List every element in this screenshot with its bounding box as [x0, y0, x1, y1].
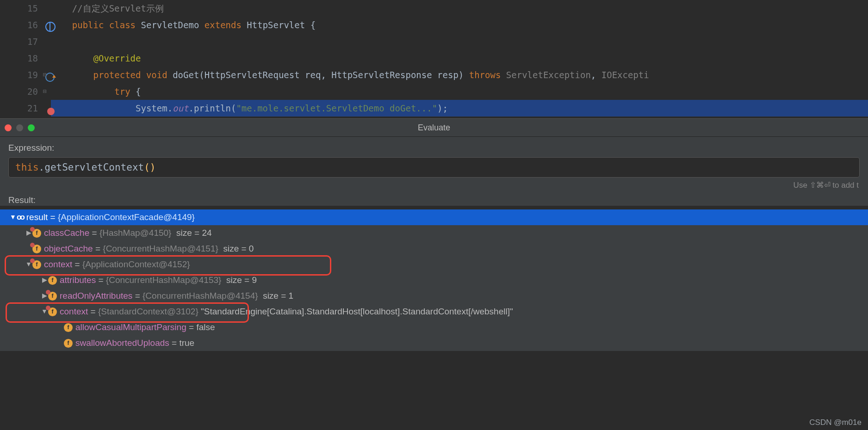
field-name: context — [60, 306, 88, 317]
tree-row[interactable]: ▶ freadOnlyAttributes = {ConcurrentHashM… — [0, 288, 868, 304]
fold-toggle — [42, 100, 48, 117]
code-line[interactable]: //自定义Servlet示例 — [51, 0, 868, 17]
gutter-line[interactable]: 18 — [0, 50, 41, 67]
field-value: {ConcurrentHashMap@4153} — [106, 275, 224, 286]
code-line[interactable]: try { — [51, 83, 868, 100]
field-value: {StandardContext@3102} — [98, 306, 201, 317]
code-line[interactable]: @Override — [51, 50, 868, 67]
fold-toggle — [42, 33, 48, 50]
field-value: false — [196, 322, 215, 333]
gutter-line[interactable]: 16 — [0, 17, 41, 33]
gutter-line[interactable]: 17 — [0, 33, 41, 50]
fold-toggle — [42, 17, 48, 33]
field-name: classCache — [44, 227, 89, 239]
tree-row[interactable]: ▶ fclassCache = {HashMap@4150} size = 24 — [0, 225, 868, 241]
field-icon: f — [32, 260, 41, 269]
field-icon: f — [48, 276, 57, 285]
field-value: {ConcurrentHashMap@4151} — [103, 243, 221, 254]
expression-input[interactable]: this.getServletContext() — [8, 157, 860, 178]
fold-toggle[interactable]: ⊟ — [42, 67, 48, 83]
field-icon: f — [64, 323, 73, 332]
result-tree[interactable]: ▼ ooresult = {ApplicationContextFacade@4… — [0, 209, 868, 351]
field-name: allowCasualMultipartParsing — [75, 322, 186, 333]
tree-row[interactable]: fswallowAbortedUploads = true — [0, 335, 868, 351]
field-icon: f — [32, 245, 41, 253]
code-line[interactable] — [51, 33, 868, 50]
field-name: readOnlyAttributes — [60, 290, 132, 301]
field-name: swallowAbortedUploads — [75, 338, 169, 349]
gutter-line[interactable]: 21 — [0, 100, 41, 117]
tree-row[interactable]: ▼ fcontext = {StandardContext@3102} "Sta… — [0, 304, 868, 319]
code-line[interactable]: protected void doGet(HttpServletRequest … — [51, 67, 868, 83]
field-icon: f — [32, 229, 41, 238]
fold-toggle — [42, 50, 48, 67]
field-icon: f — [48, 292, 57, 301]
watermark: CSDN @m01e — [809, 418, 862, 427]
code-editor[interactable]: 15161718192021 ⊟⊟ //自定义Servlet示例 public … — [0, 0, 868, 118]
dialog-titlebar[interactable]: Evaluate — [0, 118, 868, 137]
code-line[interactable]: System.out.println("me.mole.servlet.Serv… — [51, 100, 868, 117]
result-label: Result: — [8, 195, 860, 206]
gutter-line[interactable]: 20 — [0, 83, 41, 100]
glasses-icon: oo — [17, 212, 24, 222]
field-icon: f — [48, 307, 57, 316]
dialog-title: Evaluate — [0, 123, 868, 133]
expr-this: this — [15, 162, 39, 173]
chevron-right-icon[interactable]: ▶ — [41, 276, 48, 284]
field-value: {ConcurrentHashMap@4154} — [143, 290, 260, 301]
field-name: result — [26, 212, 48, 223]
field-value: true — [179, 338, 194, 349]
field-name: context — [44, 259, 72, 270]
shortcut-hint: Use ⇧⌘⏎ to add t — [8, 180, 859, 190]
field-name: objectCache — [44, 243, 93, 254]
evaluate-panel: Expression: this.getServletContext() Use… — [0, 137, 868, 206]
gutter-line[interactable]: 19 — [0, 67, 41, 83]
field-icon: f — [64, 339, 73, 348]
tree-row[interactable]: fobjectCache = {ConcurrentHashMap@4151} … — [0, 241, 868, 257]
fold-toggle[interactable]: ⊟ — [42, 83, 48, 100]
code-line[interactable]: public class ServletDemo extends HttpSer… — [51, 17, 868, 33]
tree-row[interactable]: ▼ fcontext = {ApplicationContext@4152} — [0, 257, 868, 272]
tree-row[interactable]: fallowCasualMultipartParsing = false — [0, 319, 868, 335]
tree-row[interactable]: ▶ fattributes = {ConcurrentHashMap@4153}… — [0, 272, 868, 288]
fold-toggle — [42, 0, 48, 17]
field-name: attributes — [60, 275, 96, 286]
expression-label: Expression: — [8, 142, 860, 154]
field-value: {ApplicationContext@4152} — [82, 259, 192, 270]
chevron-down-icon[interactable]: ▼ — [9, 213, 17, 221]
tree-row[interactable]: ▼ ooresult = {ApplicationContextFacade@4… — [0, 209, 868, 225]
field-value: {ApplicationContextFacade@4149} — [58, 212, 197, 223]
field-value: {HashMap@4150} — [99, 227, 174, 239]
gutter-line[interactable]: 15 — [0, 0, 41, 17]
